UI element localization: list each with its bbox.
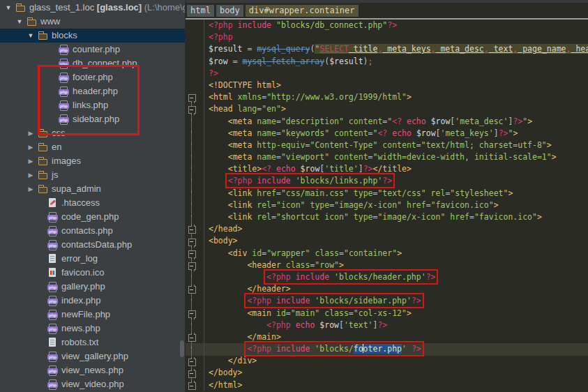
chevron-collapsed-icon[interactable]: ▶ — [27, 168, 35, 182]
php-file-icon — [47, 282, 58, 292]
tree-item-label: en — [52, 140, 61, 154]
code-line[interactable]: </header> — [209, 283, 588, 295]
tree-item-contacts-php[interactable]: contacts.php — [0, 224, 185, 238]
code-line[interactable]: <?php echo $row['text']?> — [209, 319, 588, 331]
code-line[interactable]: <link rel="shortcut icon" type="image/x-… — [209, 211, 588, 223]
tree-item-contactsdata-php[interactable]: contactsData.php — [0, 238, 185, 252]
fold-marker-icon[interactable] — [188, 370, 196, 378]
tree-item-supa-admin[interactable]: ▶supa_admin — [0, 182, 185, 196]
tree-item-footer-php[interactable]: footer.php — [0, 70, 185, 84]
tree-item-sidebar-php[interactable]: sidebar.php — [0, 112, 185, 126]
code-editor[interactable]: <?php include "blocks/db_connect.php"?><… — [186, 20, 588, 391]
chevron-collapsed-icon[interactable]: ▶ — [27, 154, 35, 168]
php-file-icon — [47, 324, 58, 333]
tree-item-images[interactable]: ▶images — [0, 154, 185, 168]
tree-item-view-gallery-php[interactable]: view_gallery.php — [0, 349, 185, 363]
tree-item-label: newFile.php — [61, 308, 110, 322]
tree-item-view-video-php[interactable]: view_video.php — [0, 377, 185, 391]
code-line[interactable]: <link rel="icon" type="image/x-icon" hre… — [209, 199, 588, 211]
breadcrumb-item-body[interactable]: body — [216, 5, 243, 17]
tree-item-en[interactable]: ▶en — [0, 140, 185, 154]
tree-item-js[interactable]: ▶js — [0, 168, 185, 182]
tree-item-css[interactable]: ▶css — [0, 126, 185, 140]
chevron-expanded-icon[interactable]: ▼ — [27, 29, 35, 43]
code-line[interactable]: <!DOCTYPE html> — [209, 80, 588, 91]
chevron-collapsed-icon[interactable]: ▶ — [27, 140, 35, 154]
code-line[interactable]: </body> — [209, 367, 588, 379]
fold-marker-icon[interactable] — [188, 250, 196, 258]
code-line[interactable]: $result = mysql_query("SELECT title, met… — [209, 43, 588, 55]
tree-item-label: gallery.php — [61, 280, 105, 294]
tree-item-blocks[interactable]: ▼blocks — [0, 29, 185, 43]
fold-marker-icon[interactable] — [188, 382, 196, 390]
code-line[interactable]: <?php — [209, 31, 588, 43]
code-line[interactable]: <header class="row"> — [209, 259, 588, 271]
code-line[interactable]: <meta http-equiv="Content-Type" content=… — [209, 140, 588, 151]
tree-item-code-gen-php[interactable]: code_gen.php — [0, 210, 185, 224]
code-line[interactable]: <?php include 'blocks/links.php'?> — [209, 175, 588, 187]
tree-item-error-log[interactable]: error_log — [0, 252, 185, 266]
tree-item-label: .htaccess — [61, 196, 100, 210]
tree-item-glass-test-1-loc[interactable]: ▼glass_test_1.loc [glass.loc] (L:\home\g… — [0, 1, 185, 15]
code-line[interactable]: <?php include "blocks/db_connect.php"?> — [209, 20, 588, 31]
tree-item-index-php[interactable]: index.php — [0, 294, 185, 308]
tree-item-header-php[interactable]: header.php — [0, 84, 185, 98]
tree-item-links-php[interactable]: links.php — [0, 98, 185, 112]
code-line[interactable]: </main> — [209, 331, 588, 343]
code-line[interactable]: <link href="css/main.css" type="text/css… — [209, 188, 588, 199]
tree-scrollbar-thumb[interactable] — [180, 340, 184, 357]
fold-marker-icon[interactable] — [188, 226, 196, 234]
fold-marker-icon[interactable] — [188, 310, 196, 318]
code-line[interactable]: <main id="main" class="col-xs-12"> — [209, 308, 588, 319]
code-line[interactable]: <body> — [209, 235, 588, 247]
chevron-expanded-icon[interactable]: ▼ — [15, 15, 24, 29]
fold-marker-icon[interactable] — [188, 359, 196, 366]
tree-item-view-news-php[interactable]: view_news.php — [0, 363, 185, 377]
tree-item-gallery-php[interactable]: gallery.php — [0, 280, 185, 294]
tree-item-label: sidebar.php — [73, 112, 119, 126]
breadcrumb-item-div-wrapper-container[interactable]: div#wrapper.container — [246, 5, 359, 17]
chevron-collapsed-icon[interactable]: ▶ — [27, 182, 35, 196]
tree-item-www[interactable]: ▼www — [0, 15, 185, 29]
code-line[interactable]: <?php include 'blocks/header.php'?> — [209, 271, 588, 283]
tree-item-label: css — [52, 126, 66, 140]
fold-marker-icon[interactable] — [188, 286, 196, 294]
tree-item-label: favicon.ico — [61, 266, 104, 280]
code-line[interactable]: <meta name="description" content="<? ech… — [209, 116, 588, 128]
breadcrumb-item-html[interactable]: html — [187, 5, 214, 17]
php-file-icon — [59, 45, 69, 54]
fold-marker-icon[interactable] — [188, 106, 196, 114]
ide-window: { "tree": { "root": {"name": "glass_test… — [0, 0, 588, 392]
tree-item-label: header.php — [73, 84, 118, 98]
code-line[interactable]: </div> — [209, 355, 588, 367]
code-line[interactable]: $row = mysql_fetch_array($result); — [209, 56, 588, 68]
fold-marker-icon[interactable] — [188, 334, 196, 342]
tree-item-favicon-ico[interactable]: favicon.ico — [0, 266, 185, 280]
code-line[interactable]: <?php include 'blocks/footer.php' ?> — [209, 343, 588, 355]
fold-marker-icon[interactable] — [188, 239, 196, 246]
php-file-icon — [47, 310, 58, 319]
code-line[interactable]: <head lang="en"> — [209, 103, 588, 115]
tree-item-label: links.php — [73, 98, 108, 112]
tree-item-news-php[interactable]: news.php — [0, 322, 185, 336]
code-line[interactable]: <html xmlns="http://www.w3.org/1999/html… — [209, 91, 588, 103]
code-text-area[interactable]: <?php include "blocks/db_connect.php"?><… — [204, 20, 588, 391]
fold-marker-icon[interactable] — [188, 262, 196, 270]
code-line[interactable]: <meta name="keywords" content="<? echo $… — [209, 128, 588, 140]
text-file-icon — [47, 338, 58, 347]
code-line[interactable]: </html> — [209, 379, 588, 391]
code-line[interactable]: <?php include 'blocks/sidebar.php'?> — [209, 295, 588, 307]
tree-item-robots-txt[interactable]: robots.txt — [0, 336, 185, 349]
code-line[interactable]: </head> — [209, 223, 588, 235]
code-line[interactable]: ?> — [209, 68, 588, 80]
code-line[interactable]: <div id="wrapper" class="container"> — [209, 248, 588, 259]
code-line[interactable]: <meta name="viewport" content="width=dev… — [209, 151, 588, 163]
tree-item-newfile-php[interactable]: newFile.php — [0, 308, 185, 322]
fold-marker-icon[interactable] — [188, 94, 196, 102]
tree-item-db-connect-php[interactable]: db_connect.php — [0, 56, 185, 70]
code-line[interactable]: <title><? echo $row['title']?></title> — [209, 163, 588, 175]
chevron-collapsed-icon[interactable]: ▶ — [27, 126, 35, 140]
tree-item-counter-php[interactable]: counter.php — [0, 43, 185, 56]
tree-item--htaccess[interactable]: .htaccess — [0, 196, 185, 210]
chevron-expanded-icon[interactable]: ▼ — [4, 1, 13, 15]
